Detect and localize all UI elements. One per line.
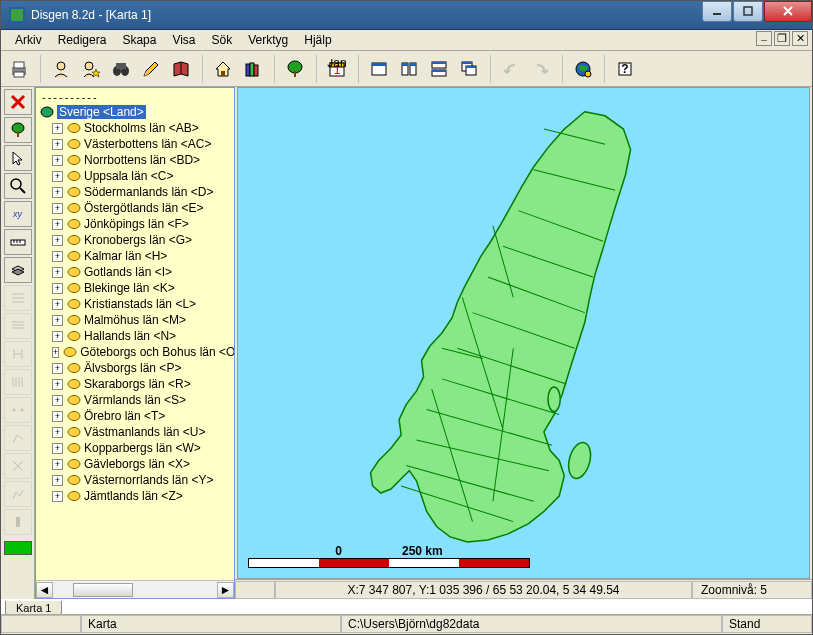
expand-icon[interactable]: + xyxy=(52,283,63,294)
layers-tool[interactable] xyxy=(4,257,32,283)
measure-tool[interactable] xyxy=(4,229,32,255)
menu-verktyg[interactable]: Verktyg xyxy=(240,31,296,49)
expand-icon[interactable]: + xyxy=(52,491,63,502)
tree-button[interactable] xyxy=(281,54,309,84)
expand-icon[interactable]: + xyxy=(52,235,63,246)
tree-item[interactable]: +Jämtlands län <Z> xyxy=(38,488,232,504)
mdi-restore-button[interactable]: ❐ xyxy=(774,31,790,46)
book-button[interactable] xyxy=(167,54,195,84)
menu-skapa[interactable]: Skapa xyxy=(114,31,164,49)
tree-item[interactable]: +Jönköpings län <F> xyxy=(38,216,232,232)
window-single-button[interactable] xyxy=(365,54,393,84)
expand-icon[interactable]: + xyxy=(52,395,63,406)
scroll-thumb[interactable] xyxy=(73,583,133,597)
tree-item[interactable]: +Västmanlands län <U> xyxy=(38,424,232,440)
color-swatch[interactable] xyxy=(4,541,32,555)
expand-icon[interactable]: + xyxy=(52,267,63,278)
expand-icon[interactable]: + xyxy=(52,315,63,326)
expand-icon[interactable]: + xyxy=(52,427,63,438)
window-cascade-button[interactable] xyxy=(455,54,483,84)
xy-tool[interactable]: xy xyxy=(4,201,32,227)
expand-icon[interactable]: + xyxy=(52,475,63,486)
globe-button[interactable] xyxy=(569,54,597,84)
tree-root[interactable]: Sverige <Land> xyxy=(38,104,232,120)
window-split-h-button[interactable] xyxy=(425,54,453,84)
tree-item-label: Värmlands län <S> xyxy=(84,393,186,407)
calendar-button[interactable]: 1Jan xyxy=(323,54,351,84)
print-button[interactable] xyxy=(5,54,33,84)
expand-icon[interactable]: + xyxy=(52,459,63,470)
mdi-close-button[interactable]: ✕ xyxy=(792,31,808,46)
map-canvas[interactable]: 0 250 km xyxy=(237,87,810,579)
pencil-button[interactable] xyxy=(137,54,165,84)
expand-icon[interactable]: + xyxy=(52,251,63,262)
tree-item[interactable]: +Blekinge län <K> xyxy=(38,280,232,296)
zoom-tool[interactable] xyxy=(4,173,32,199)
menu-sok[interactable]: Sök xyxy=(204,31,241,49)
svg-point-78 xyxy=(64,348,76,357)
svg-rect-1 xyxy=(11,9,23,21)
menu-arkiv[interactable]: Arkiv xyxy=(7,31,50,49)
tree-item[interactable]: +Uppsala län <C> xyxy=(38,168,232,184)
expand-icon[interactable]: + xyxy=(52,139,63,150)
expand-icon[interactable]: + xyxy=(52,203,63,214)
redo-button[interactable] xyxy=(527,54,555,84)
tree-item[interactable]: +Västernorrlands län <Y> xyxy=(38,472,232,488)
menu-redigera[interactable]: Redigera xyxy=(50,31,115,49)
tree-item[interactable]: +Kopparbergs län <W> xyxy=(38,440,232,456)
tree-item[interactable]: +Södermanlands län <D> xyxy=(38,184,232,200)
home-button[interactable] xyxy=(209,54,237,84)
expand-icon[interactable]: + xyxy=(52,363,63,374)
pointer-tool[interactable] xyxy=(4,145,32,171)
expand-icon[interactable]: + xyxy=(52,155,63,166)
tree-item-label: Västmanlands län <U> xyxy=(84,425,205,439)
tree-item[interactable]: +Kalmar län <H> xyxy=(38,248,232,264)
tree-item[interactable]: +Kristianstads län <L> xyxy=(38,296,232,312)
svg-rect-27 xyxy=(402,63,408,66)
expand-icon[interactable]: + xyxy=(52,219,63,230)
expand-icon[interactable]: + xyxy=(52,187,63,198)
scroll-right-button[interactable]: ► xyxy=(217,582,234,598)
expand-icon[interactable]: + xyxy=(52,123,63,134)
tree-item[interactable]: +Göteborgs och Bohus län <O> xyxy=(38,344,232,360)
mdi-minimize-button[interactable]: – xyxy=(756,31,772,46)
expand-icon[interactable]: + xyxy=(52,171,63,182)
tree-item[interactable]: +Hallands län <N> xyxy=(38,328,232,344)
help-button[interactable]: ? xyxy=(611,54,639,84)
tree-item[interactable]: +Kronobergs län <G> xyxy=(38,232,232,248)
expand-icon[interactable]: + xyxy=(52,347,59,358)
tree-item[interactable]: +Skaraborgs län <R> xyxy=(38,376,232,392)
close-button[interactable] xyxy=(764,1,812,22)
tree-horizontal-scrollbar[interactable]: ◄ ► xyxy=(36,580,234,598)
person-star-button[interactable] xyxy=(77,54,105,84)
window-split-v-button[interactable] xyxy=(395,54,423,84)
tree-tool[interactable] xyxy=(4,117,32,143)
maximize-button[interactable] xyxy=(733,1,763,22)
tree-item[interactable]: +Värmlands län <S> xyxy=(38,392,232,408)
tree-item[interactable]: +Gotlands län <I> xyxy=(38,264,232,280)
tree-item[interactable]: +Stockholms län <AB> xyxy=(38,120,232,136)
tree-item[interactable]: +Örebro län <T> xyxy=(38,408,232,424)
expand-icon[interactable]: + xyxy=(52,299,63,310)
expand-icon[interactable]: + xyxy=(52,411,63,422)
tree-item[interactable]: +Malmöhus län <M> xyxy=(38,312,232,328)
binoculars-button[interactable] xyxy=(107,54,135,84)
tree-item[interactable]: +Norrbottens län <BD> xyxy=(38,152,232,168)
expand-icon[interactable]: + xyxy=(52,379,63,390)
delete-tool[interactable] xyxy=(4,89,32,115)
expand-icon[interactable]: + xyxy=(52,443,63,454)
svg-point-73 xyxy=(68,268,80,277)
tree-item[interactable]: +Östergötlands län <E> xyxy=(38,200,232,216)
undo-button[interactable] xyxy=(497,54,525,84)
menu-visa[interactable]: Visa xyxy=(164,31,203,49)
tree-body[interactable]: ---------- Sverige <Land> +Stockholms lä… xyxy=(36,88,234,580)
tree-item[interactable]: +Gävleborgs län <X> xyxy=(38,456,232,472)
menu-hjalp[interactable]: Hjälp xyxy=(296,31,339,49)
tree-item[interactable]: +Älvsborgs län <P> xyxy=(38,360,232,376)
books-button[interactable] xyxy=(239,54,267,84)
person-button[interactable] xyxy=(47,54,75,84)
scroll-left-button[interactable]: ◄ xyxy=(36,582,53,598)
tree-item[interactable]: +Västerbottens län <AC> xyxy=(38,136,232,152)
expand-icon[interactable]: + xyxy=(52,331,63,342)
minimize-button[interactable] xyxy=(702,1,732,22)
